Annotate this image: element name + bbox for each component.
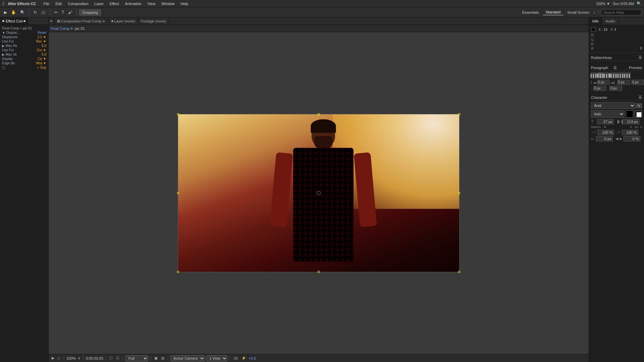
pen-tool[interactable]: ✏ bbox=[53, 9, 59, 15]
menu-window[interactable]: Window bbox=[159, 1, 177, 6]
workspace-standard[interactable]: Standard bbox=[543, 9, 564, 15]
selection-tool[interactable]: ▶ bbox=[3, 9, 8, 15]
view-select[interactable]: 1 View bbox=[206, 355, 227, 361]
zoom-tool[interactable]: 🔍 bbox=[19, 9, 26, 15]
comp-tab-close[interactable]: ▶ bbox=[103, 19, 105, 23]
text-tool[interactable]: T bbox=[60, 9, 65, 15]
menu-file[interactable]: File bbox=[41, 1, 52, 6]
tsume-input[interactable] bbox=[624, 136, 640, 141]
va-value: 0 bbox=[640, 125, 642, 129]
breadcrumb-root[interactable]: Final Comp bbox=[51, 26, 69, 31]
handle-tl[interactable] bbox=[177, 113, 179, 115]
camera-select[interactable]: Active Camera bbox=[170, 355, 205, 361]
zoom-dropdown-icon[interactable]: ▼ bbox=[77, 356, 81, 360]
workspace-expand-icon[interactable]: » bbox=[593, 10, 595, 14]
align-left-btn[interactable]: ▌▌▌ bbox=[591, 72, 597, 78]
region-btn[interactable]: ▣ bbox=[153, 356, 159, 360]
render-btn[interactable]: ☐ bbox=[108, 356, 114, 360]
indent-before-input[interactable] bbox=[597, 80, 610, 85]
effect-value-usefor-h[interactable]: Rec ▼ bbox=[36, 40, 46, 43]
tab-info[interactable]: Info bbox=[589, 17, 602, 25]
scale-row: ↔T ↕T bbox=[591, 130, 642, 135]
effect-value-reset[interactable]: Reset bbox=[38, 31, 46, 35]
menu-effect[interactable]: Effect bbox=[107, 1, 122, 6]
menu-layer[interactable]: Layer bbox=[92, 1, 106, 6]
space-after-input[interactable] bbox=[609, 86, 622, 91]
align-right-btn[interactable]: ▌▌▊ bbox=[604, 72, 610, 78]
align-justify2-btn[interactable]: ▌▌▌ bbox=[618, 72, 624, 78]
effect-value-maxh[interactable]: 5.0 bbox=[42, 44, 46, 48]
effect-value-usefor-v[interactable]: Cro ▼ bbox=[37, 48, 46, 52]
breadcrumb-child[interactable]: pic 01 bbox=[75, 26, 85, 31]
snapping-button[interactable]: Snapping bbox=[79, 9, 101, 15]
align-center-btn[interactable]: ▋▌▌ bbox=[598, 72, 604, 78]
layer-tab-label: Layer (none) bbox=[114, 19, 135, 23]
space-before-input[interactable] bbox=[593, 86, 606, 91]
menu-composition[interactable]: Composition bbox=[65, 1, 91, 6]
quality-select[interactable]: Full Half Quarter bbox=[125, 355, 148, 361]
handle-ml[interactable] bbox=[177, 192, 179, 194]
menu-view[interactable]: View bbox=[145, 1, 158, 6]
tab-audio[interactable]: Audio bbox=[602, 17, 619, 25]
grid-btn[interactable]: ☷ bbox=[115, 356, 120, 360]
panel-tab-composition[interactable]: ▦ Composition Final Comp ▶ bbox=[54, 17, 108, 25]
search-help-input[interactable] bbox=[601, 9, 641, 15]
b-label: B: bbox=[591, 42, 594, 46]
camera-tool[interactable]: 🎥 bbox=[40, 9, 47, 15]
handle-mr[interactable] bbox=[458, 192, 460, 194]
viewer-zoom[interactable]: 100% bbox=[66, 356, 76, 360]
handle-tr[interactable] bbox=[458, 113, 460, 115]
scale-h-icon: ↔T bbox=[591, 131, 596, 134]
panel-close-icon[interactable]: ✖ bbox=[50, 19, 53, 23]
rubberhose-label: RubberHose bbox=[591, 56, 612, 60]
align-justify3-btn[interactable]: ▌▌▌ bbox=[625, 72, 631, 78]
preview-play-btn[interactable]: ▶ bbox=[51, 356, 55, 360]
trans-btn[interactable]: ▤ bbox=[160, 356, 165, 360]
zoom-level: 100% ▼ bbox=[596, 2, 610, 6]
indent-first-input[interactable] bbox=[631, 80, 644, 85]
indent-after-input[interactable] bbox=[617, 80, 630, 85]
scale-v-input[interactable] bbox=[622, 130, 638, 135]
effect-value-displac-map[interactable]: Ce ▼ bbox=[38, 57, 46, 61]
brush-tool[interactable]: 🖌 bbox=[67, 9, 73, 15]
effect-controls-tab[interactable]: ✖ Effect Con ▶ bbox=[0, 17, 28, 24]
preview-frame-btn[interactable]: ▷ bbox=[57, 356, 61, 360]
font-family-select[interactable]: Arial bbox=[591, 102, 635, 109]
menu-animation[interactable]: Animation bbox=[122, 1, 144, 6]
workspace-essentials[interactable]: Essentials bbox=[520, 10, 542, 15]
metrics-dropdown-icon[interactable]: ▼ bbox=[603, 125, 606, 129]
tracking-input[interactable] bbox=[623, 119, 639, 124]
style-row: Italic Regular Bold bbox=[591, 110, 642, 118]
menu-help[interactable]: Help bbox=[178, 1, 191, 6]
align-justify-btn[interactable]: ▌▌▌ bbox=[611, 72, 617, 78]
handle-tm[interactable] bbox=[318, 113, 320, 115]
rubberhose-menu-icon[interactable]: ☰ bbox=[639, 55, 642, 60]
effect-value-edgebe[interactable]: Wra ▼ bbox=[36, 61, 46, 65]
workspace-small-screen[interactable]: Small Screen bbox=[565, 10, 592, 15]
snap-btn[interactable]: ⚡ bbox=[240, 356, 247, 360]
handle-bm[interactable] bbox=[318, 271, 320, 273]
effect-value-displacement[interactable]: 2.1 ▼ bbox=[37, 35, 46, 39]
paragraph-menu-icon[interactable]: ☰ bbox=[613, 66, 617, 70]
hand-tool[interactable]: ✋ bbox=[10, 9, 17, 15]
scale-h-input[interactable] bbox=[597, 130, 614, 135]
rotate-tool[interactable]: ↻ bbox=[32, 9, 38, 15]
font-edit-btn[interactable]: ✎ bbox=[636, 103, 642, 108]
char-stroke-swatch[interactable] bbox=[635, 110, 642, 118]
character-menu-icon[interactable]: ☰ bbox=[639, 95, 642, 100]
panel-tab-footage[interactable]: Footage (none) bbox=[138, 17, 169, 25]
handle-br[interactable] bbox=[458, 271, 460, 273]
effect-value-exp[interactable]: ✓ Exp bbox=[37, 66, 46, 69]
color-swatch[interactable] bbox=[591, 27, 596, 32]
char-color-swatch[interactable] bbox=[626, 110, 633, 118]
font-size-input[interactable] bbox=[597, 119, 614, 124]
rubberhose-section: RubberHose ☰ bbox=[589, 53, 644, 64]
effect-value-maxv[interactable]: 5.0 bbox=[42, 53, 46, 56]
panel-tab-layer[interactable]: ■ Layer (none) bbox=[108, 17, 138, 25]
handle-bl[interactable] bbox=[177, 271, 179, 273]
baseline-input[interactable] bbox=[596, 136, 613, 141]
close-icon[interactable]: ✖ bbox=[2, 19, 5, 23]
menu-edit[interactable]: Edit bbox=[53, 1, 64, 6]
3d-btn[interactable]: 3D bbox=[232, 356, 239, 360]
font-style-select[interactable]: Italic Regular Bold bbox=[591, 110, 625, 118]
